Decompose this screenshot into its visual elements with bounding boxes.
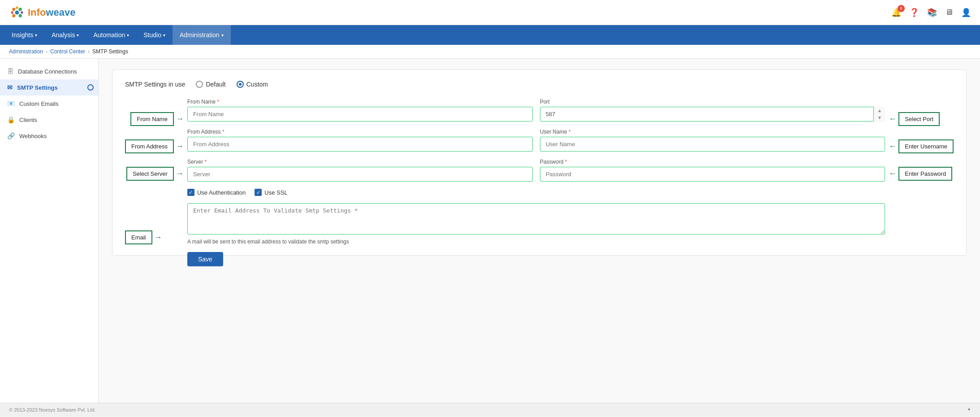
checkbox-row: ✓ Use Authentication ✓ Use SSL bbox=[187, 189, 885, 196]
sidebar-item-database-connections[interactable]: 🗄 Database Connections bbox=[0, 63, 98, 79]
from-name-label: From Name * bbox=[187, 99, 533, 105]
radio-default-label[interactable]: Default bbox=[196, 81, 225, 88]
help-icon[interactable]: ❓ bbox=[909, 8, 919, 17]
sidebar: 🗄 Database Connections ✉ SMTP Settings 📧… bbox=[0, 59, 99, 403]
username-required: * bbox=[569, 129, 571, 135]
smtp-form: From Name * Port ▲ bbox=[187, 99, 885, 266]
insights-arrow-icon: ▾ bbox=[35, 33, 37, 38]
port-down-icon[interactable]: ▼ bbox=[874, 114, 885, 122]
sidebar-item-custom-emails[interactable]: 📧 Custom Emails bbox=[0, 96, 98, 112]
use-authentication-label[interactable]: ✓ Use Authentication bbox=[187, 189, 246, 196]
email-icon: ✉ bbox=[7, 84, 13, 91]
nav-administration[interactable]: Administration ▾ bbox=[173, 25, 231, 45]
breadcrumb: Administration › Control Center › SMTP S… bbox=[0, 45, 980, 59]
form-row-1: From Name * Port ▲ bbox=[187, 99, 885, 122]
db-icon: 🗄 bbox=[7, 68, 13, 75]
email-textarea[interactable] bbox=[187, 203, 885, 235]
use-authentication-checkbox[interactable]: ✓ bbox=[187, 189, 194, 196]
footer: © 2013-2023 Noesys Software Pvt. Ltd. ✦ bbox=[0, 403, 980, 416]
arrow-enter-username-icon: ← bbox=[889, 142, 897, 151]
username-label: User Name * bbox=[540, 129, 885, 135]
port-up-icon[interactable]: ▲ bbox=[874, 107, 885, 114]
server-group: Server * bbox=[187, 159, 533, 182]
logo-icon bbox=[9, 4, 25, 21]
breadcrumb-control-center[interactable]: Control Center bbox=[50, 48, 85, 55]
radio-custom-btn[interactable] bbox=[237, 81, 244, 88]
username-group: User Name * bbox=[540, 129, 885, 152]
svg-point-2 bbox=[19, 8, 22, 11]
port-spinners: ▲ ▼ bbox=[873, 107, 885, 122]
client-icon: 🔒 bbox=[7, 116, 15, 123]
top-icons: 🔔5 ❓ 📚 🖥 👤 bbox=[891, 8, 971, 17]
password-required: * bbox=[565, 159, 567, 165]
radio-custom-label[interactable]: Custom bbox=[237, 81, 268, 88]
radio-custom-text: Custom bbox=[246, 81, 268, 88]
server-required: * bbox=[205, 159, 207, 165]
smtp-radio-group: SMTP Settings in use Default Custom bbox=[125, 81, 954, 88]
svg-point-3 bbox=[11, 11, 13, 13]
from-name-input[interactable] bbox=[187, 107, 533, 122]
sidebar-item-webhooks[interactable]: 🔗 Webhooks bbox=[0, 128, 98, 144]
use-ssl-label[interactable]: ✓ Use SSL bbox=[255, 189, 287, 196]
top-bar: Infoweave 🔔5 ❓ 📚 🖥 👤 bbox=[0, 0, 980, 25]
annotation-email: Email bbox=[125, 230, 152, 244]
form-row-3: Server * Password * bbox=[187, 159, 885, 182]
automation-arrow-icon: ▾ bbox=[127, 33, 129, 38]
annotation-enter-password: Enter Password bbox=[898, 167, 952, 181]
use-ssl-checkbox[interactable]: ✓ bbox=[255, 189, 262, 196]
nav-analysis[interactable]: Analysis ▾ bbox=[44, 25, 86, 45]
password-input[interactable] bbox=[540, 167, 885, 182]
from-name-required: * bbox=[217, 99, 220, 105]
notification-icon[interactable]: 🔔5 bbox=[891, 8, 901, 17]
email-hint: A mail will be sent to this email addres… bbox=[187, 239, 885, 245]
breadcrumb-smtp-settings: SMTP Settings bbox=[92, 48, 128, 55]
from-address-input[interactable] bbox=[187, 137, 533, 152]
form-row-2: From Address * User Name * bbox=[187, 129, 885, 152]
smtp-settings-card: SMTP Settings in use Default Custom From… bbox=[112, 70, 967, 256]
screen-icon[interactable]: 🖥 bbox=[945, 8, 953, 17]
svg-point-1 bbox=[16, 6, 18, 9]
arrow-select-port-icon: ← bbox=[889, 114, 897, 124]
annotation-select-server: Select Server bbox=[126, 167, 174, 181]
library-icon[interactable]: 📚 bbox=[927, 8, 937, 17]
port-label: Port bbox=[540, 99, 885, 105]
notification-badge: 5 bbox=[898, 5, 905, 12]
arrow-from-name-icon: → bbox=[176, 114, 184, 124]
breadcrumb-sep-2: › bbox=[88, 48, 90, 55]
arrow-from-address-icon: → bbox=[176, 142, 184, 151]
user-icon[interactable]: 👤 bbox=[961, 8, 971, 17]
mail-icon: 📧 bbox=[7, 100, 15, 107]
svg-point-6 bbox=[12, 14, 15, 17]
breadcrumb-administration[interactable]: Administration bbox=[9, 48, 43, 55]
radio-default-btn[interactable] bbox=[196, 81, 203, 88]
nav-insights[interactable]: Insights ▾ bbox=[4, 25, 44, 45]
svg-point-4 bbox=[15, 10, 19, 14]
port-input[interactable] bbox=[540, 107, 885, 122]
svg-point-7 bbox=[19, 14, 22, 17]
analysis-arrow-icon: ▾ bbox=[77, 33, 79, 38]
svg-point-5 bbox=[21, 11, 23, 13]
server-input[interactable] bbox=[187, 167, 533, 182]
content-area: SMTP Settings in use Default Custom From… bbox=[99, 59, 980, 403]
save-button[interactable]: Save bbox=[187, 252, 223, 266]
from-name-group: From Name * bbox=[187, 99, 533, 122]
main-layout: 🗄 Database Connections ✉ SMTP Settings 📧… bbox=[0, 59, 980, 403]
annotation-enter-username: Enter Username bbox=[898, 139, 954, 153]
sidebar-item-smtp-settings[interactable]: ✉ SMTP Settings bbox=[0, 79, 98, 96]
username-input[interactable] bbox=[540, 137, 885, 152]
password-label: Password * bbox=[540, 159, 885, 165]
annotation-select-port: Select Port bbox=[898, 112, 940, 126]
annotation-from-address: From Address bbox=[125, 139, 174, 153]
port-group: Port ▲ ▼ bbox=[540, 99, 885, 122]
nav-studio[interactable]: Studio ▾ bbox=[136, 25, 173, 45]
email-section: A mail will be sent to this email addres… bbox=[187, 203, 885, 245]
smtp-settings-label: SMTP Settings in use bbox=[125, 81, 185, 88]
port-input-wrap: ▲ ▼ bbox=[540, 107, 885, 122]
nav-automation[interactable]: Automation ▾ bbox=[86, 25, 136, 45]
svg-point-0 bbox=[12, 8, 15, 11]
copyright: © 2013-2023 Noesys Software Pvt. Ltd. bbox=[9, 407, 95, 413]
sidebar-item-clients[interactable]: 🔒 Clients bbox=[0, 112, 98, 128]
administration-arrow-icon: ▾ bbox=[221, 33, 224, 38]
from-address-group: From Address * bbox=[187, 129, 533, 152]
breadcrumb-sep-1: › bbox=[46, 48, 47, 55]
